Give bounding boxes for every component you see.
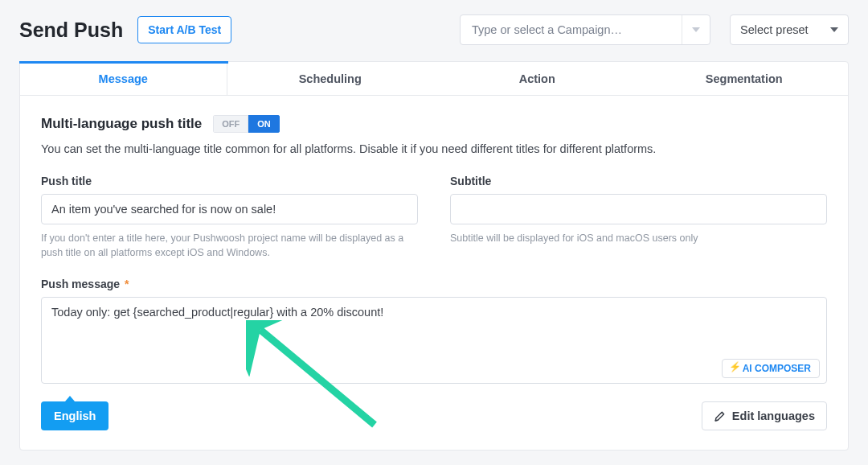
toggle-off-label: OFF: [213, 115, 248, 133]
preset-select[interactable]: Select preset: [730, 14, 849, 45]
bolt-icon: [731, 363, 738, 374]
push-card: Message Scheduling Action Segmentation M…: [19, 61, 849, 451]
language-chip[interactable]: English: [41, 401, 108, 430]
tab-segmentation[interactable]: Segmentation: [641, 62, 849, 95]
page-title: Send Push: [19, 19, 123, 42]
preset-placeholder: Select preset: [740, 23, 809, 36]
start-ab-test-button[interactable]: Start A/B Test: [137, 16, 231, 43]
campaign-placeholder: Type or select a Campaign…: [461, 23, 682, 36]
multilang-toggle[interactable]: OFF ON: [213, 115, 280, 133]
push-title-help: If you don't enter a title here, your Pu…: [41, 231, 418, 260]
multilang-description: You can set the multi-language title com…: [41, 142, 827, 155]
push-title-label: Push title: [41, 175, 418, 187]
push-title-input[interactable]: [41, 194, 418, 224]
subtitle-label: Subtitle: [450, 175, 827, 187]
push-message-label: Push message *: [41, 278, 827, 290]
tab-message[interactable]: Message: [20, 62, 227, 95]
chevron-down-icon: [682, 15, 710, 44]
tab-bar: Message Scheduling Action Segmentation: [20, 62, 848, 96]
campaign-select[interactable]: Type or select a Campaign…: [460, 14, 710, 45]
tab-action[interactable]: Action: [434, 62, 641, 95]
push-message-input[interactable]: [42, 298, 826, 383]
subtitle-help: Subtitle will be displayed for iOS and m…: [450, 231, 827, 245]
toggle-on-label: ON: [248, 115, 280, 133]
multilang-heading: Multi-language push title: [41, 116, 202, 132]
subtitle-input[interactable]: [450, 194, 827, 224]
chevron-down-icon: [830, 27, 838, 32]
edit-languages-button[interactable]: Edit languages: [702, 401, 827, 430]
tab-scheduling[interactable]: Scheduling: [227, 62, 435, 95]
pencil-icon: [714, 410, 726, 422]
ai-composer-button[interactable]: AI COMPOSER: [722, 359, 820, 378]
